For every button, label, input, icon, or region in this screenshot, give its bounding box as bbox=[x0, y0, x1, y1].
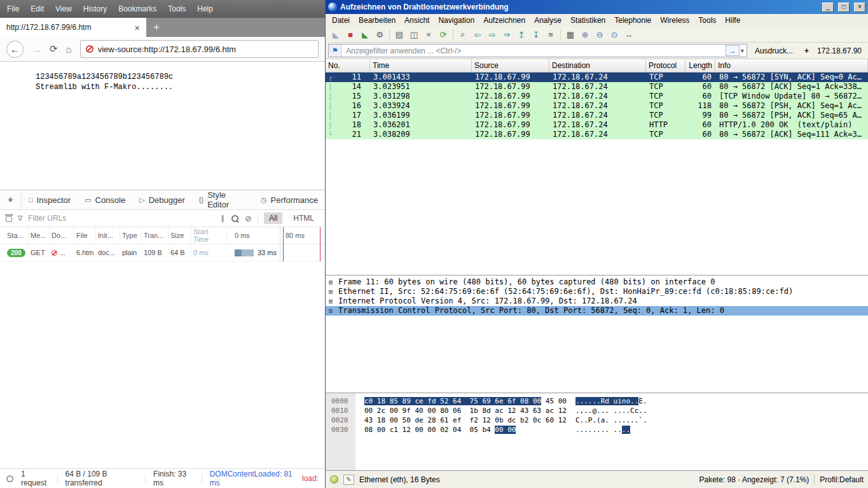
zoom-in-icon[interactable]: ⊕ bbox=[578, 28, 592, 41]
resize-columns-icon[interactable]: ↔ bbox=[622, 28, 636, 41]
wireshark-titlebar[interactable]: Aufzeichnen von Drahtlosnetzwerkverbindu… bbox=[326, 0, 868, 14]
tab-inspector[interactable]: □ Inspector bbox=[22, 190, 78, 209]
display-filter-input[interactable] bbox=[342, 46, 726, 55]
col-transferred[interactable]: Tran... bbox=[142, 227, 169, 244]
menu-analyse[interactable]: Analyse bbox=[530, 14, 566, 27]
menu-bookmarks[interactable]: Bookmarks bbox=[113, 0, 162, 18]
packet-row-18[interactable]: │18 3.036201 172.18.67.99 172.18.67.24 H… bbox=[326, 120, 868, 130]
menu-statistiken[interactable]: Statistiken bbox=[566, 14, 610, 27]
start-capture-icon[interactable]: ◣ bbox=[329, 28, 343, 41]
detail-tcp[interactable]: ⊞ Transmission Control Protocol, Src Por… bbox=[326, 306, 868, 316]
pick-element-button[interactable]: ⌖ bbox=[0, 190, 22, 209]
tab-console[interactable]: ▭ Console bbox=[78, 190, 132, 209]
menu-tools[interactable]: Tools bbox=[694, 14, 720, 27]
go-last-icon[interactable]: ↧ bbox=[529, 28, 543, 41]
tab-close-icon[interactable]: × bbox=[129, 22, 140, 33]
apply-filter-icon[interactable]: → bbox=[726, 45, 740, 56]
hex-row-0010[interactable]: 0010 00 2c 00 9f 40 00 80 06 1b 8d ac 12… bbox=[326, 406, 868, 415]
save-file-icon[interactable]: ◫ bbox=[407, 28, 421, 41]
col-time[interactable]: Time bbox=[370, 59, 472, 72]
close-file-icon[interactable]: × bbox=[422, 28, 436, 41]
go-back-icon[interactable]: ⇦ bbox=[471, 28, 485, 41]
col-type[interactable]: Type bbox=[120, 227, 142, 244]
expand-icon[interactable]: ⊞ bbox=[329, 277, 338, 287]
filter-shortcut-button[interactable]: 172.18.67.90 bbox=[816, 46, 865, 55]
stop-capture-icon[interactable]: ■ bbox=[343, 28, 357, 41]
tab-performance[interactable]: ◷ Performance bbox=[254, 190, 325, 209]
menu-file[interactable]: File bbox=[1, 0, 25, 18]
add-filter-button[interactable]: + bbox=[801, 46, 813, 55]
reload-file-icon[interactable]: ⟳ bbox=[436, 28, 450, 41]
menu-view[interactable]: View bbox=[50, 0, 78, 18]
col-source[interactable]: Source bbox=[472, 59, 549, 72]
menu-history[interactable]: History bbox=[78, 0, 113, 18]
hex-row-0030[interactable]: 0030 08 00 c1 12 00 00 02 04 05 b4 00 00… bbox=[326, 425, 868, 435]
packet-row-11[interactable]: ┌11 3.001433 172.18.67.99 172.18.67.24 T… bbox=[326, 73, 868, 82]
close-button[interactable]: × bbox=[854, 3, 865, 12]
filter-bookmark-icon[interactable]: ⚑ bbox=[329, 45, 342, 57]
expand-icon[interactable]: ⊞ bbox=[329, 306, 338, 316]
forward-button[interactable]: → bbox=[32, 44, 41, 55]
pause-icon[interactable]: ∥ bbox=[221, 214, 226, 223]
tab-style-editor[interactable]: {} Style Editor bbox=[192, 190, 254, 209]
menu-navigation[interactable]: Navigation bbox=[434, 14, 479, 27]
detail-frame[interactable]: ⊞ Frame 11: 60 bytes on wire (480 bits),… bbox=[326, 277, 868, 287]
menu-wireless[interactable]: Wireless bbox=[656, 14, 694, 27]
menu-hilfe[interactable]: Hilfe bbox=[720, 14, 745, 27]
col-initiator[interactable]: Init... bbox=[96, 227, 120, 244]
maximize-button[interactable]: □ bbox=[838, 3, 850, 12]
new-tab-button[interactable]: + bbox=[146, 18, 167, 37]
filter-urls-input[interactable] bbox=[28, 214, 215, 223]
tab-debugger[interactable]: ▷ Debugger bbox=[132, 190, 192, 209]
menu-telephonie[interactable]: Telephonie bbox=[610, 14, 656, 27]
display-filter-field[interactable]: ⚑ → ▾ bbox=[328, 44, 747, 57]
col-method[interactable]: Me... bbox=[29, 227, 50, 244]
browser-tab[interactable]: http://172.18.67.99/6.htm × bbox=[0, 18, 146, 37]
go-to-packet-icon[interactable]: ⇒ bbox=[500, 28, 514, 41]
detail-ethernet[interactable]: ⊞ Ethernet II, Src: 52:64:75:69:6e:6f (5… bbox=[326, 287, 868, 296]
minimize-button[interactable]: _ bbox=[822, 3, 834, 12]
expand-icon[interactable]: ⊞ bbox=[329, 287, 338, 296]
menu-edit[interactable]: Edit bbox=[25, 0, 50, 18]
capture-options-icon[interactable]: ⚙ bbox=[373, 28, 387, 41]
col-info[interactable]: Info bbox=[715, 59, 868, 72]
menu-datei[interactable]: Datei bbox=[327, 14, 354, 27]
clear-requests-icon[interactable] bbox=[6, 214, 12, 222]
block-icon[interactable]: ⊘ bbox=[245, 214, 252, 223]
menu-bearbeiten[interactable]: Bearbeiten bbox=[354, 14, 400, 27]
col-size[interactable]: Size bbox=[169, 227, 191, 244]
colorize-icon[interactable]: ▦ bbox=[563, 28, 577, 41]
back-button[interactable]: ← bbox=[6, 41, 24, 58]
col-no[interactable]: No. bbox=[326, 59, 370, 72]
reload-button[interactable]: ⟳ bbox=[50, 43, 58, 55]
zoom-out-icon[interactable]: ⊖ bbox=[593, 28, 607, 41]
col-length[interactable]: Length bbox=[685, 59, 715, 72]
request-row[interactable]: 200 GET ... 6.htm doc... plain 109 B 64 … bbox=[0, 244, 325, 261]
packet-row-16[interactable]: │16 3.033924 172.18.67.99 172.18.67.24 T… bbox=[326, 101, 868, 111]
hex-row-0020[interactable]: 0020 43 18 00 50 de 28 61 ef f2 12 0b dc… bbox=[326, 415, 868, 425]
zoom-original-icon[interactable]: ⊙ bbox=[607, 28, 621, 41]
go-forward-icon[interactable]: ⇨ bbox=[485, 28, 499, 41]
url-bar[interactable] bbox=[80, 40, 319, 58]
expand-icon[interactable]: ⊞ bbox=[329, 296, 338, 306]
menu-tools[interactable]: Tools bbox=[162, 0, 191, 18]
col-status[interactable]: Sta... bbox=[5, 227, 29, 244]
home-button[interactable]: ⌂ bbox=[66, 44, 72, 55]
waterfall-bar[interactable] bbox=[235, 249, 254, 256]
filter-html-chip[interactable]: HTML bbox=[288, 213, 319, 224]
detail-ip[interactable]: ⊞ Internet Protocol Version 4, Src: 172.… bbox=[326, 296, 868, 306]
filter-dropdown-icon[interactable]: ▾ bbox=[740, 47, 747, 54]
search-icon[interactable] bbox=[231, 214, 239, 223]
menu-aufzeichnen[interactable]: Aufzeichnen bbox=[479, 14, 530, 27]
col-destination[interactable]: Destination bbox=[549, 59, 646, 72]
packet-row-21[interactable]: └21 3.038209 172.18.67.99 172.18.67.24 T… bbox=[326, 130, 868, 139]
col-start-time[interactable]: Start Time bbox=[191, 227, 227, 244]
menu-ansicht[interactable]: Ansicht bbox=[400, 14, 434, 27]
profile-label[interactable]: Profil:Default bbox=[820, 475, 864, 484]
page-blocked-icon[interactable] bbox=[86, 45, 93, 53]
menu-help[interactable]: Help bbox=[191, 0, 219, 18]
packet-row-17[interactable]: │17 3.036199 172.18.67.99 172.18.67.24 T… bbox=[326, 111, 868, 120]
find-packet-icon[interactable]: ⌕ bbox=[456, 28, 470, 41]
expert-info-icon[interactable] bbox=[330, 475, 338, 484]
open-file-icon[interactable]: ▤ bbox=[392, 28, 406, 41]
